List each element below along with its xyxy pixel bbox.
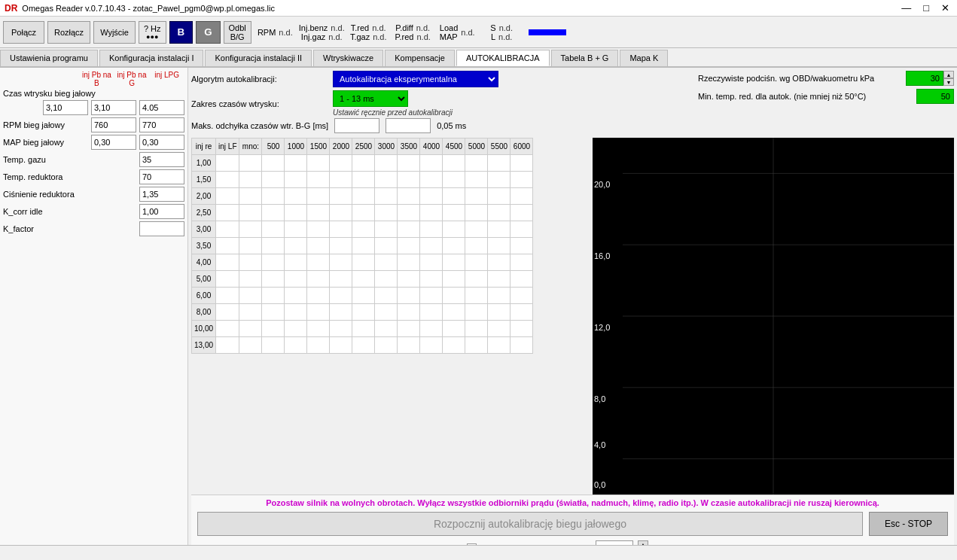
cell-1-9[interactable] xyxy=(398,172,420,188)
cell-2-12[interactable] xyxy=(465,188,488,205)
czas-wtrysku-b-input[interactable] xyxy=(43,100,88,115)
cell-7-4[interactable] xyxy=(285,271,307,288)
cell-7-8[interactable] xyxy=(375,271,398,288)
cell-9-2[interactable] xyxy=(239,304,262,321)
cell-0-13[interactable] xyxy=(488,155,511,172)
cell-2-1[interactable] xyxy=(216,188,239,205)
cell-5-5[interactable] xyxy=(307,238,330,254)
cell-6-4[interactable] xyxy=(285,254,307,271)
cell-2-4[interactable] xyxy=(285,188,307,205)
cell-2-3[interactable] xyxy=(262,188,285,205)
temp-red-input[interactable] xyxy=(139,169,184,184)
cell-0-11[interactable] xyxy=(443,155,465,172)
cell-8-6[interactable] xyxy=(330,288,352,304)
tab-tabela_bg[interactable]: Tabela B + G xyxy=(551,50,619,66)
cell-6-3[interactable] xyxy=(262,254,285,271)
cell-4-8[interactable] xyxy=(375,221,398,238)
cell-5-8[interactable] xyxy=(375,238,398,254)
cell-7-1[interactable] xyxy=(216,271,239,288)
cell-2-8[interactable] xyxy=(375,188,398,205)
cell-5-11[interactable] xyxy=(443,238,465,254)
polacz-button[interactable]: Połącz xyxy=(3,21,44,44)
cell-3-7[interactable] xyxy=(352,205,375,221)
cell-6-2[interactable] xyxy=(239,254,262,271)
cell-3-13[interactable] xyxy=(488,205,511,221)
cell-2-5[interactable] xyxy=(307,188,330,205)
cell-3-11[interactable] xyxy=(443,205,465,221)
cell-5-7[interactable] xyxy=(352,238,375,254)
cell-10-14[interactable] xyxy=(511,321,533,337)
cell-6-13[interactable] xyxy=(488,254,511,271)
cell-8-2[interactable] xyxy=(239,288,262,304)
rozlacz-button[interactable]: Rozłącz xyxy=(47,21,90,44)
cell-1-1[interactable] xyxy=(216,172,239,188)
cell-0-10[interactable] xyxy=(420,155,443,172)
cell-4-1[interactable] xyxy=(216,221,239,238)
cell-8-9[interactable] xyxy=(398,288,420,304)
cell-7-2[interactable] xyxy=(239,271,262,288)
cell-10-4[interactable] xyxy=(285,321,307,337)
cell-3-5[interactable] xyxy=(307,205,330,221)
cell-1-10[interactable] xyxy=(420,172,443,188)
b-button[interactable]: B xyxy=(169,21,194,44)
cell-10-3[interactable] xyxy=(262,321,285,337)
cell-4-5[interactable] xyxy=(307,221,330,238)
cell-8-5[interactable] xyxy=(307,288,330,304)
cell-5-2[interactable] xyxy=(239,238,262,254)
cell-7-5[interactable] xyxy=(307,271,330,288)
cell-6-7[interactable] xyxy=(352,254,375,271)
cell-2-7[interactable] xyxy=(352,188,375,205)
odbl-bg-button[interactable]: OdblB/G xyxy=(224,21,251,44)
cell-11-8[interactable] xyxy=(375,337,398,354)
cell-9-9[interactable] xyxy=(398,304,420,321)
cell-0-6[interactable] xyxy=(330,155,352,172)
cell-3-6[interactable] xyxy=(330,205,352,221)
cell-10-7[interactable] xyxy=(352,321,375,337)
tab-konfiguracja2[interactable]: Konfiguracja instalacji II xyxy=(205,50,312,66)
rzeczywiste-up[interactable]: ▲ xyxy=(943,71,954,78)
cell-0-7[interactable] xyxy=(352,155,375,172)
cell-11-5[interactable] xyxy=(307,337,330,354)
cell-9-3[interactable] xyxy=(262,304,285,321)
cell-4-11[interactable] xyxy=(443,221,465,238)
cell-5-1[interactable] xyxy=(216,238,239,254)
cell-8-14[interactable] xyxy=(511,288,533,304)
cell-0-5[interactable] xyxy=(307,155,330,172)
cell-0-12[interactable] xyxy=(465,155,488,172)
map-input2[interactable] xyxy=(139,135,184,150)
tab-ustawienia[interactable]: Ustawienia programu xyxy=(0,50,98,66)
stop-button[interactable]: Esc - STOP xyxy=(869,512,948,536)
start-button[interactable]: Rozpocznij autokalibrację biegu jałowego xyxy=(197,512,863,536)
cell-10-1[interactable] xyxy=(216,321,239,337)
cell-3-8[interactable] xyxy=(375,205,398,221)
cell-8-11[interactable] xyxy=(443,288,465,304)
cell-4-7[interactable] xyxy=(352,221,375,238)
cell-0-1[interactable] xyxy=(216,155,239,172)
cell-9-6[interactable] xyxy=(330,304,352,321)
close-button[interactable]: ✕ xyxy=(938,2,952,14)
maks-input2[interactable] xyxy=(386,118,431,133)
cell-1-6[interactable] xyxy=(330,172,352,188)
maks-input1[interactable] xyxy=(334,118,379,133)
cell-6-9[interactable] xyxy=(398,254,420,271)
cisnienie-input[interactable] xyxy=(139,187,184,202)
cell-11-13[interactable] xyxy=(488,337,511,354)
cell-4-13[interactable] xyxy=(488,221,511,238)
cell-0-3[interactable] xyxy=(262,155,285,172)
k-factor-input[interactable] xyxy=(139,221,184,236)
cell-9-5[interactable] xyxy=(307,304,330,321)
map-input[interactable] xyxy=(91,135,136,150)
cell-11-2[interactable] xyxy=(239,337,262,354)
cell-5-6[interactable] xyxy=(330,238,352,254)
cell-0-8[interactable] xyxy=(375,155,398,172)
algorytm-select[interactable]: Autokalibracja eksperymentalna xyxy=(333,71,498,87)
g-button[interactable]: G xyxy=(196,21,220,44)
cell-11-7[interactable] xyxy=(352,337,375,354)
cell-1-13[interactable] xyxy=(488,172,511,188)
cell-3-14[interactable] xyxy=(511,205,533,221)
cell-10-6[interactable] xyxy=(330,321,352,337)
cell-1-3[interactable] xyxy=(262,172,285,188)
cell-6-6[interactable] xyxy=(330,254,352,271)
cell-6-12[interactable] xyxy=(465,254,488,271)
cell-11-14[interactable] xyxy=(511,337,533,354)
